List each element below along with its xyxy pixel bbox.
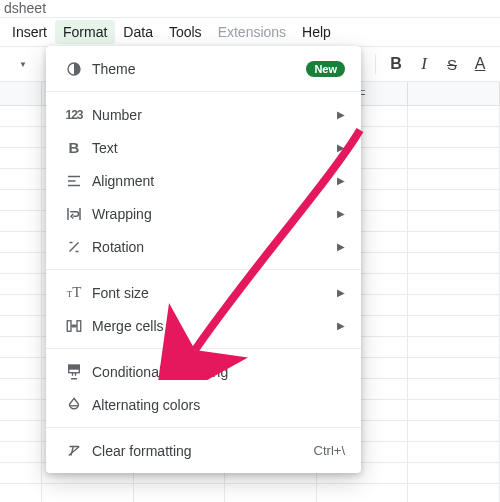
menu-label: Theme [88, 61, 306, 77]
format-menu: Theme New 123 Number ▶ B Text ▶ Alignmen… [46, 46, 361, 473]
menu-divider [46, 269, 361, 270]
menu-label: Number [88, 107, 337, 123]
strikethrough-button[interactable]: S [438, 50, 466, 78]
menu-label: Alternating colors [88, 397, 345, 413]
menu-format[interactable]: Format [55, 20, 115, 44]
font-size-icon: TT [60, 284, 88, 301]
number-icon: 123 [60, 108, 88, 122]
menubar: Insert Format Data Tools Extensions Help [0, 18, 500, 46]
submenu-arrow-icon: ▶ [337, 320, 345, 331]
menu-label: Font size [88, 285, 337, 301]
clear-formatting-icon [60, 442, 88, 460]
wrapping-icon [60, 205, 88, 223]
italic-button[interactable]: I [410, 50, 438, 78]
menu-divider [46, 91, 361, 92]
toolbar-separator [375, 54, 376, 74]
conditional-formatting-icon [60, 363, 88, 381]
column-header[interactable] [408, 82, 500, 105]
submenu-arrow-icon: ▶ [337, 208, 345, 219]
menu-label: Alignment [88, 173, 337, 189]
window-titlebar: dsheet [0, 0, 500, 18]
toolbar-dropdown-fragment[interactable]: ▼ [0, 47, 46, 81]
alignment-icon [60, 172, 88, 190]
column-header-partial[interactable] [0, 82, 42, 105]
menu-item-theme[interactable]: Theme New [46, 52, 361, 85]
svg-rect-9 [69, 365, 80, 369]
menu-item-font-size[interactable]: TT Font size ▶ [46, 276, 361, 309]
theme-icon [60, 60, 88, 78]
menu-item-text[interactable]: B Text ▶ [46, 131, 361, 164]
menu-data[interactable]: Data [115, 20, 161, 44]
menu-label: Rotation [88, 239, 337, 255]
merge-cells-icon [60, 317, 88, 335]
menu-item-clear-formatting[interactable]: Clear formatting Ctrl+\ [46, 434, 361, 467]
menu-help[interactable]: Help [294, 20, 339, 44]
title-fragment: dsheet [0, 0, 50, 16]
menu-item-alignment[interactable]: Alignment ▶ [46, 164, 361, 197]
new-badge: New [306, 61, 345, 77]
menu-insert[interactable]: Insert [4, 20, 55, 44]
rotation-icon [60, 238, 88, 256]
submenu-arrow-icon: ▶ [337, 175, 345, 186]
svg-rect-6 [67, 320, 71, 331]
bold-button[interactable]: B [382, 50, 410, 78]
text-icon: B [60, 139, 88, 156]
menu-label: Text [88, 140, 337, 156]
submenu-arrow-icon: ▶ [337, 109, 345, 120]
menu-item-merge-cells[interactable]: Merge cells ▶ [46, 309, 361, 342]
menu-tools[interactable]: Tools [161, 20, 210, 44]
alternating-colors-icon [60, 396, 88, 414]
menu-item-rotation[interactable]: Rotation ▶ [46, 230, 361, 263]
menu-label: Merge cells [88, 318, 337, 334]
chevron-down-icon: ▼ [19, 60, 27, 69]
text-color-button[interactable]: A [466, 50, 494, 78]
menu-label: Wrapping [88, 206, 337, 222]
menu-item-conditional-formatting[interactable]: Conditional formatting [46, 355, 361, 388]
submenu-arrow-icon: ▶ [337, 142, 345, 153]
menu-item-wrapping[interactable]: Wrapping ▶ [46, 197, 361, 230]
submenu-arrow-icon: ▶ [337, 287, 345, 298]
menu-item-alternating-colors[interactable]: Alternating colors [46, 388, 361, 421]
menu-item-number[interactable]: 123 Number ▶ [46, 98, 361, 131]
keyboard-shortcut: Ctrl+\ [314, 443, 345, 458]
menu-extensions[interactable]: Extensions [210, 20, 294, 44]
menu-divider [46, 348, 361, 349]
submenu-arrow-icon: ▶ [337, 241, 345, 252]
menu-divider [46, 427, 361, 428]
menu-label: Conditional formatting [88, 364, 345, 380]
svg-rect-7 [77, 320, 81, 331]
menu-label: Clear formatting [88, 443, 314, 459]
